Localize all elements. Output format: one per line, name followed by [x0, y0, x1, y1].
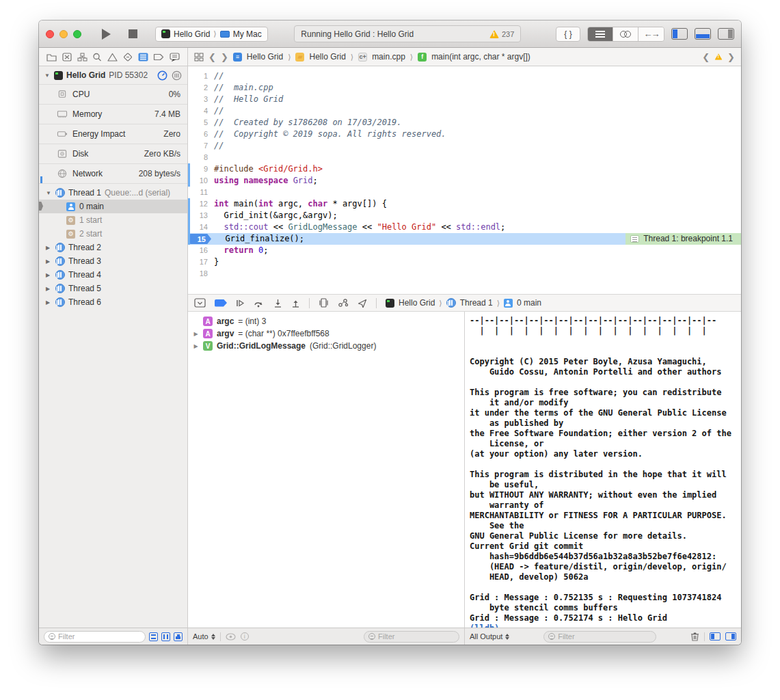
forward-button[interactable]: ❯ — [221, 52, 228, 62]
disclosure-triangle[interactable]: ▶ — [193, 331, 199, 337]
info-icon[interactable]: i — [241, 632, 249, 641]
line-number[interactable]: 10 — [188, 175, 214, 187]
line-number[interactable]: 9 — [188, 163, 214, 175]
breakpoint-navigator-icon[interactable] — [153, 53, 164, 62]
gauge-row-network[interactable]: Network208 bytes/s — [39, 163, 187, 183]
thread-row[interactable]: ▶Thread 6 — [39, 295, 187, 309]
symbol-navigator-icon[interactable] — [77, 53, 88, 62]
disclosure-triangle[interactable]: ▼ — [46, 190, 52, 196]
disclosure-triangle[interactable]: ▼ — [44, 72, 51, 79]
toggle-navigator-button[interactable] — [671, 28, 688, 40]
simulate-location-icon[interactable] — [358, 299, 367, 308]
line-number[interactable]: 6 — [188, 129, 214, 140]
close-window-button[interactable] — [46, 30, 54, 38]
version-editor-button[interactable]: ←→ — [638, 27, 664, 41]
gauge-row-disk[interactable]: DiskZero KB/s — [39, 144, 187, 163]
back-button[interactable]: ❮ — [209, 52, 216, 62]
library-button[interactable]: { } — [556, 27, 580, 42]
disclosure-triangle[interactable]: ▶ — [46, 245, 52, 251]
source-control-navigator-icon[interactable] — [62, 53, 72, 62]
view-hierarchy-icon[interactable] — [319, 298, 329, 308]
current-line-breakpoint-badge[interactable]: 15 — [189, 234, 211, 244]
line-number[interactable]: 3 — [188, 94, 214, 105]
line-number[interactable]: 2 — [188, 82, 214, 94]
filter-running-blocks-icon[interactable] — [149, 632, 158, 641]
stop-button[interactable] — [129, 29, 137, 38]
memory-graph-icon[interactable] — [172, 70, 182, 81]
gauge-row-energy-impact[interactable]: Energy ImpactZero — [39, 124, 187, 144]
process-row[interactable]: ▼ Hello Grid PID 55302 — [39, 66, 187, 84]
navigator-filter-field[interactable]: Filter — [44, 631, 146, 643]
toggle-variables-view-icon[interactable] — [710, 632, 721, 641]
variables-scope-dropdown[interactable]: Auto — [193, 632, 215, 641]
issue-warning-icon[interactable] — [714, 53, 722, 60]
code-line-15[interactable]: 15 Grid_finalize();Thread 1: breakpoint … — [188, 233, 741, 245]
code-line-4[interactable]: 4// — [188, 105, 741, 117]
code-line-17[interactable]: 17} — [188, 256, 741, 268]
code-line-5[interactable]: 5// Created by s1786208 on 17/03/2019. — [188, 117, 741, 129]
line-number[interactable]: 16 — [188, 245, 214, 256]
toggle-console-view-icon[interactable] — [725, 632, 736, 641]
line-number[interactable]: 7 — [188, 140, 214, 152]
code-line-1[interactable]: 1// — [188, 70, 741, 82]
line-number[interactable]: 13 — [188, 210, 214, 221]
run-button[interactable] — [102, 29, 111, 40]
thread-row[interactable]: ▼Thread 1Queue:...d (serial) — [39, 186, 187, 200]
scheme-selector[interactable]: Hello Grid ⟩ My Mac — [155, 27, 268, 42]
breadcrumb-project[interactable]: Hello Grid — [247, 52, 283, 62]
variables-filter-field[interactable]: Filter — [364, 631, 459, 643]
filter-crashed-threads-icon[interactable] — [174, 632, 183, 641]
line-number[interactable]: 8 — [188, 152, 214, 163]
code-line-12[interactable]: 12int main(int argc, char * argv[]) { — [188, 198, 741, 210]
thread-row[interactable]: ▶Thread 3 — [39, 254, 187, 268]
next-issue-button[interactable]: ❯ — [727, 52, 735, 62]
breadcrumb-group[interactable]: Hello Grid — [309, 52, 345, 62]
report-navigator-icon[interactable] — [170, 53, 180, 62]
console-filter-field[interactable]: Filter — [543, 631, 656, 643]
line-number[interactable]: 5 — [188, 117, 214, 129]
breadcrumb-file[interactable]: main.cpp — [372, 52, 405, 62]
memory-graph-debug-icon[interactable] — [338, 298, 349, 308]
debug-navigator-icon[interactable] — [138, 53, 148, 62]
code-line-11[interactable]: 11 — [188, 187, 741, 198]
gauge-row-cpu[interactable]: CPU0% — [39, 84, 187, 104]
disclosure-triangle[interactable]: ▶ — [193, 343, 199, 349]
console-scope-dropdown[interactable]: All Output — [470, 632, 509, 641]
stack-frame-row[interactable]: 0 main — [39, 200, 187, 213]
clear-console-icon[interactable] — [690, 632, 699, 641]
project-navigator-icon[interactable] — [46, 53, 57, 62]
line-number[interactable]: 4 — [188, 105, 214, 117]
debug-crumb-process[interactable]: Hello Grid — [399, 298, 435, 308]
breadcrumb-symbol[interactable]: main(int argc, char * argv[]) — [431, 52, 530, 62]
disclosure-triangle[interactable]: ▶ — [46, 272, 52, 278]
code-line-9[interactable]: 9#include <Grid/Grid.h> — [188, 163, 741, 175]
quicklook-eye-icon[interactable] — [226, 633, 236, 641]
minimize-window-button[interactable] — [59, 30, 68, 38]
thread-row[interactable]: ▶Thread 4 — [39, 268, 187, 282]
code-line-6[interactable]: 6// Copyright © 2019 sopa. All rights re… — [188, 129, 741, 140]
line-number[interactable]: 12 — [188, 198, 214, 210]
step-over-icon[interactable] — [254, 299, 265, 308]
disclosure-triangle[interactable]: ▶ — [46, 286, 52, 292]
debug-crumb-thread[interactable]: Thread 1 — [460, 298, 493, 308]
test-navigator-icon[interactable] — [123, 53, 133, 62]
performance-gauge-icon[interactable] — [157, 70, 167, 81]
previous-issue-button[interactable]: ❮ — [702, 52, 710, 62]
code-line-10[interactable]: 10using namespace Grid; — [188, 175, 741, 187]
breakpoint-annotation[interactable]: Thread 1: breakpoint 1.1 — [626, 233, 741, 245]
line-number[interactable]: 18 — [188, 268, 214, 280]
thread-row[interactable]: ▶Thread 2 — [39, 241, 187, 254]
variable-row[interactable]: ▶Aargv= (char **) 0x7ffeefbff568 — [188, 327, 464, 340]
code-line-18[interactable]: 18 — [188, 268, 741, 280]
breakpoints-toggle-icon[interactable] — [215, 299, 227, 307]
code-line-3[interactable]: 3// Hello Grid — [188, 94, 741, 105]
variable-row[interactable]: Aargc= (int) 3 — [188, 315, 464, 327]
step-out-icon[interactable] — [291, 299, 300, 308]
variable-row[interactable]: ▶VGrid::GridLogMessage(Grid::GridLogger) — [188, 340, 464, 352]
debug-crumb-frame[interactable]: 0 main — [517, 298, 541, 308]
code-line-16[interactable]: 16 return 0; — [188, 245, 741, 256]
assistant-editor-button[interactable] — [613, 27, 638, 41]
filter-source-frames-icon[interactable] — [161, 632, 170, 641]
find-navigator-icon[interactable] — [92, 53, 102, 62]
step-into-icon[interactable] — [273, 299, 282, 308]
